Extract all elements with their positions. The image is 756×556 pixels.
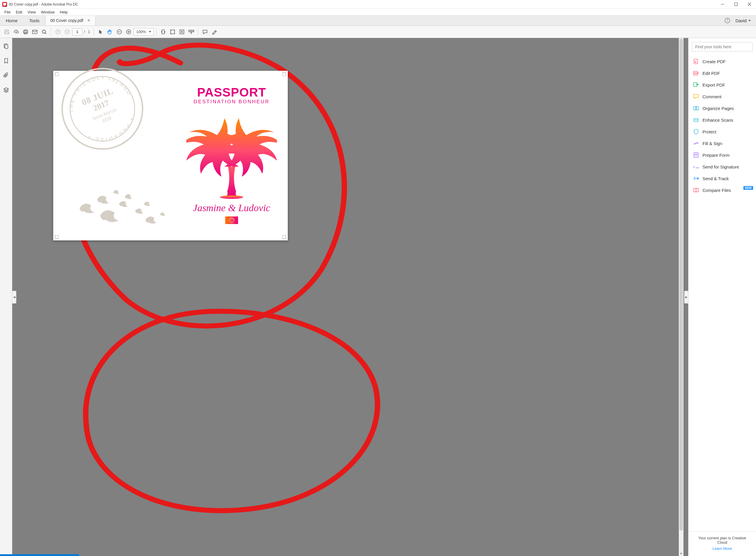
enhance-scans-icon — [693, 117, 699, 123]
cloud-upload-icon[interactable] — [12, 28, 21, 36]
chevron-down-icon — [149, 31, 151, 32]
menu-view[interactable]: View — [25, 9, 38, 15]
tool-create-pdf[interactable]: Create PDF — [688, 56, 756, 67]
passport-title-text: PASSPORT — [179, 85, 284, 99]
save-icon[interactable] — [2, 28, 11, 36]
tool-enhance-scans[interactable]: Enhance Scans — [688, 114, 756, 126]
zoom-in-icon[interactable] — [124, 28, 133, 36]
svg-text:x: x — [693, 165, 695, 169]
learn-more-link[interactable]: Learn More — [694, 546, 750, 551]
thumbnails-icon[interactable] — [2, 42, 10, 50]
tool-export-pdf[interactable]: Export PDF — [688, 79, 756, 91]
svg-text:?: ? — [726, 19, 728, 23]
new-badge: NEW — [744, 186, 753, 190]
svg-rect-43 — [696, 106, 698, 110]
window-maximize-button[interactable] — [729, 0, 743, 9]
tool-edit-pdf[interactable]: Edit PDF — [688, 67, 756, 79]
svg-rect-22 — [162, 30, 165, 34]
tool-organize-pages[interactable]: Organize Pages — [688, 102, 756, 114]
main-toolbar: / 1 100% — [0, 26, 756, 38]
crop-mark — [55, 73, 59, 76]
fit-width-icon[interactable] — [159, 28, 168, 36]
left-pane-toggle[interactable]: ◀ — [12, 291, 16, 304]
document-canvas[interactable]: ◀ TH — [12, 38, 688, 556]
mail-icon[interactable] — [30, 28, 39, 36]
fit-page-icon[interactable] — [168, 28, 177, 36]
svg-rect-8 — [5, 32, 8, 34]
scrollbar-thumb[interactable] — [679, 39, 683, 530]
tool-label: Edit PDF — [703, 71, 720, 76]
scroll-down-icon[interactable]: ▼ — [679, 551, 683, 556]
svg-rect-55 — [696, 188, 698, 192]
document-tab[interactable]: 00 Cover copy.pdf × — [46, 15, 96, 26]
menu-window[interactable]: Window — [38, 9, 57, 15]
heart-badge-icon: ♡ — [225, 216, 238, 224]
tools-search-input[interactable] — [692, 42, 753, 51]
tool-label: Prepare Form — [703, 153, 730, 158]
zoom-dropdown[interactable]: 100% — [134, 28, 154, 36]
tools-list: Create PDF Edit PDF Export PDF Comment O… — [688, 55, 756, 198]
page-down-icon[interactable] — [63, 28, 72, 36]
svg-point-34 — [220, 196, 243, 199]
page-number-input[interactable] — [72, 28, 82, 35]
nav-tools[interactable]: Tools — [24, 15, 45, 26]
layers-icon[interactable] — [2, 86, 10, 94]
right-pane-toggle[interactable]: ▶ — [684, 291, 688, 304]
tool-label: Comment — [703, 94, 721, 99]
tool-prepare-form[interactable]: Prepare Form — [688, 149, 756, 161]
plan-text: Your current plan is Creative Cloud — [694, 536, 750, 545]
os-taskbar-sliver — [0, 554, 79, 556]
hand-pan-icon[interactable] — [106, 28, 114, 36]
vertical-scrollbar[interactable]: ▲ ▼ — [679, 38, 683, 556]
menu-help[interactable]: Help — [57, 9, 70, 15]
comment-tool-icon — [693, 94, 699, 99]
tool-label: Enhance Scans — [703, 117, 733, 123]
tool-label: Send for Signature — [703, 164, 739, 169]
zoom-out-icon[interactable] — [115, 28, 124, 36]
window-titlebar: 00 Cover copy.pdf - Adobe Acrobat Pro DC — [0, 0, 756, 9]
fullscreen-icon[interactable] — [178, 28, 186, 36]
highlighter-icon[interactable] — [210, 28, 219, 36]
couple-names: Jasmine & Ludovic — [179, 202, 284, 213]
tools-panel: Create PDF Edit PDF Export PDF Comment O… — [688, 38, 756, 556]
window-close-button[interactable] — [743, 0, 756, 9]
help-button[interactable]: ? — [722, 15, 732, 26]
print-icon[interactable] — [21, 28, 30, 36]
window-minimize-button[interactable] — [716, 0, 729, 9]
attachment-icon[interactable] — [2, 71, 10, 79]
read-mode-icon[interactable] — [187, 28, 196, 36]
menu-edit[interactable]: Edit — [13, 9, 25, 15]
tool-label: Compare Files — [703, 188, 731, 193]
shield-icon — [693, 129, 699, 135]
send-track-icon — [693, 175, 699, 181]
tab-strip: Home Tools 00 Cover copy.pdf × ? David — [0, 15, 756, 26]
svg-rect-42 — [694, 106, 696, 110]
passport-stamp-watermark: THE FRIENDLY ISLAND • PARADISE • 08 JUIL… — [49, 56, 156, 162]
tool-comment[interactable]: Comment — [688, 91, 756, 102]
bookmark-icon[interactable] — [2, 57, 10, 65]
fill-sign-icon — [693, 140, 699, 146]
workspace: ◀ TH — [0, 38, 756, 556]
comment-icon[interactable] — [201, 28, 209, 36]
page-up-icon[interactable] — [53, 28, 62, 36]
tool-label: Create PDF — [703, 59, 726, 64]
search-icon[interactable] — [40, 28, 48, 36]
page-total: 1 — [87, 30, 91, 34]
tool-fill-sign[interactable]: Fill & Sign — [688, 137, 756, 149]
selection-arrow-icon[interactable] — [96, 28, 105, 36]
svg-rect-31 — [5, 45, 8, 48]
nav-home[interactable]: Home — [0, 15, 24, 26]
menu-bar: File Edit View Window Help — [0, 9, 756, 15]
svg-rect-38 — [693, 71, 697, 73]
page-separator: / — [83, 30, 86, 34]
tool-send-track[interactable]: Send & Track — [688, 173, 756, 184]
tool-protect[interactable]: Protect — [688, 126, 756, 137]
tool-label: Protect — [703, 129, 717, 134]
tool-compare-files[interactable]: Compare Files NEW — [688, 184, 756, 196]
document-tab-close-icon[interactable]: × — [87, 18, 91, 23]
tool-send-signature[interactable]: x Send for Signature — [688, 161, 756, 173]
user-menu[interactable]: David — [732, 15, 756, 26]
menu-file[interactable]: File — [2, 9, 13, 15]
birds-watermark — [71, 188, 170, 232]
organize-pages-icon — [693, 105, 699, 111]
